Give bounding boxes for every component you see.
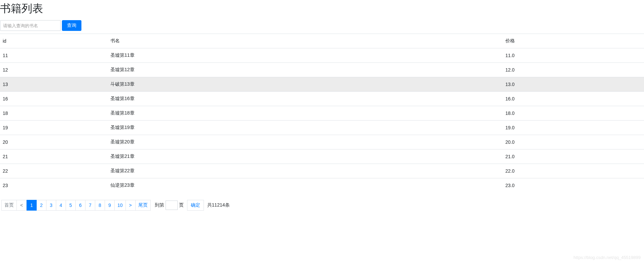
cell-id: 22 [0,164,108,178]
page-number[interactable]: 3 [46,200,56,211]
table-row[interactable]: 12圣墟第12章12.0 [0,63,644,77]
cell-name: 仙逆第23章 [108,178,503,193]
pagination: 首页 < 12345678910 > 尾页 到第 页 确定 共11214条 [0,200,644,211]
page-number[interactable]: 8 [95,200,105,211]
page-next[interactable]: > [126,200,136,211]
page-number[interactable]: 5 [66,200,76,211]
cell-name: 圣墟第21章 [108,149,503,164]
table-row[interactable]: 18圣墟第18章18.0 [0,106,644,121]
table-row[interactable]: 13斗破第13章13.0 [0,77,644,92]
header-price: 价格 [503,34,644,48]
cell-price: 11.0 [503,48,644,63]
goto-suffix: 页 [179,202,184,208]
cell-id: 13 [0,77,108,92]
total-count: 共11214条 [207,202,230,208]
page-number[interactable]: 7 [85,200,95,211]
goto-prefix: 到第 [155,202,164,208]
cell-name: 圣墟第11章 [108,48,503,63]
page-prev[interactable]: < [16,200,27,211]
goto-confirm[interactable]: 确定 [187,200,204,211]
book-table: id 书名 价格 11圣墟第11章11.012圣墟第12章12.013斗破第13… [0,34,644,192]
cell-id: 21 [0,149,108,164]
table-row[interactable]: 16圣墟第16章16.0 [0,92,644,106]
cell-name: 斗破第13章 [108,77,503,92]
header-name: 书名 [108,34,503,48]
cell-id: 11 [0,48,108,63]
page-title: 书籍列表 [0,1,644,16]
cell-id: 12 [0,63,108,77]
cell-price: 18.0 [503,106,644,121]
cell-id: 20 [0,135,108,149]
table-row[interactable]: 11圣墟第11章11.0 [0,48,644,63]
page-number[interactable]: 1 [27,200,37,211]
table-row[interactable]: 20圣墟第20章20.0 [0,135,644,149]
cell-name: 圣墟第16章 [108,92,503,106]
header-id: id [0,34,108,48]
cell-price: 20.0 [503,135,644,149]
cell-price: 13.0 [503,77,644,92]
cell-price: 19.0 [503,121,644,135]
cell-price: 23.0 [503,178,644,193]
cell-name: 圣墟第19章 [108,121,503,135]
search-input[interactable] [0,20,61,31]
cell-id: 19 [0,121,108,135]
page-first[interactable]: 首页 [1,200,17,211]
cell-price: 22.0 [503,164,644,178]
search-row: 查询 [0,20,644,31]
cell-price: 21.0 [503,149,644,164]
page-number[interactable]: 4 [56,200,66,211]
cell-price: 16.0 [503,92,644,106]
table-row[interactable]: 19圣墟第19章19.0 [0,121,644,135]
cell-name: 圣墟第22章 [108,164,503,178]
cell-id: 16 [0,92,108,106]
cell-id: 23 [0,178,108,193]
page-number[interactable]: 10 [114,200,126,211]
page-last[interactable]: 尾页 [135,200,151,211]
cell-price: 12.0 [503,63,644,77]
cell-name: 圣墟第12章 [108,63,503,77]
cell-name: 圣墟第20章 [108,135,503,149]
cell-id: 18 [0,106,108,121]
page-number[interactable]: 2 [36,200,46,211]
cell-name: 圣墟第18章 [108,106,503,121]
goto-input[interactable] [166,201,178,210]
search-button[interactable]: 查询 [62,20,81,31]
page-number[interactable]: 6 [75,200,85,211]
table-row[interactable]: 21圣墟第21章21.0 [0,149,644,164]
page-number[interactable]: 9 [105,200,115,211]
table-row[interactable]: 22圣墟第22章22.0 [0,164,644,178]
table-row[interactable]: 23仙逆第23章23.0 [0,178,644,193]
table-header-row: id 书名 价格 [0,34,644,48]
